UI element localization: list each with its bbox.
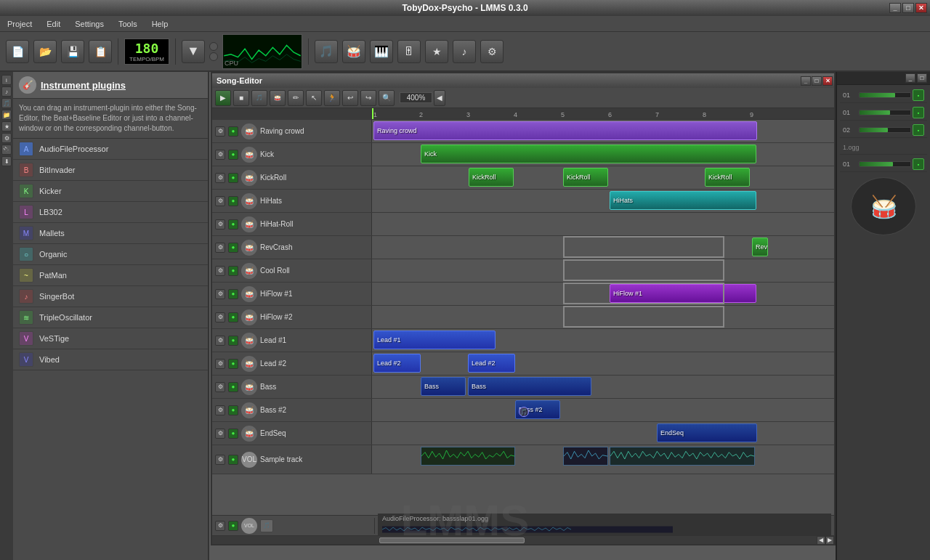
track-mute-hiflow2[interactable]: ●: [228, 312, 238, 322]
h-scrollbar[interactable]: ▶ ◀: [212, 535, 834, 544]
track-segments-sample[interactable]: [372, 445, 834, 474]
vtab-6[interactable]: ⚙: [1, 133, 12, 143]
h-scroll-left[interactable]: ◀: [817, 536, 825, 545]
run-button[interactable]: 🏃: [324, 90, 340, 106]
track-segments-hihats[interactable]: HiHats: [372, 190, 834, 212]
h-scroll-right[interactable]: ▶: [825, 536, 834, 545]
beat-editor-button[interactable]: 🥁: [342, 40, 365, 63]
plugin-item-patman[interactable]: ~ PatMan: [13, 265, 208, 286]
ch3-fader[interactable]: [859, 127, 911, 133]
zoom-arrow[interactable]: ◀: [434, 90, 445, 106]
toolbar-btn-5[interactable]: ▼: [182, 40, 205, 63]
ch4-active[interactable]: ▪: [913, 158, 924, 170]
segment-raving-crowd[interactable]: Raving crowd: [373, 121, 757, 140]
zoom-in-button[interactable]: 🔍: [379, 90, 395, 106]
menu-settings[interactable]: Settings: [70, 18, 108, 30]
track-settings-endseq[interactable]: ⚙: [215, 429, 225, 439]
track-mute-lead2[interactable]: ●: [228, 359, 238, 369]
vtab-5[interactable]: ★: [1, 121, 12, 131]
timeline-ruler[interactable]: 1 2 3 4 5 6 7 8 9: [372, 108, 834, 120]
ch1-active[interactable]: ▪: [913, 89, 924, 101]
draw-tool[interactable]: ✏: [288, 90, 304, 106]
track-settings-kickroll[interactable]: ⚙: [215, 173, 225, 183]
segment-lead2-2[interactable]: Lead #2: [468, 354, 515, 373]
song-editor-button[interactable]: 🎵: [315, 40, 338, 63]
song-editor-minimize[interactable]: _: [801, 76, 811, 86]
mixer-button[interactable]: 🎚: [397, 40, 421, 63]
track-settings-kick[interactable]: ⚙: [215, 150, 225, 160]
h-scroll-track[interactable]: ▶ ◀: [372, 536, 834, 544]
track-mute-sample[interactable]: ●: [228, 455, 238, 465]
segment-endseq[interactable]: EndSeq: [657, 423, 757, 442]
track-mute-hihats[interactable]: ●: [228, 196, 238, 206]
segment-kickroll-3[interactable]: KickRoll: [705, 168, 750, 187]
track-segments-bass[interactable]: Bass Bass: [372, 376, 834, 398]
track-segments-cool-roll[interactable]: [372, 259, 834, 282]
track-mute-bass2[interactable]: ●: [228, 405, 238, 415]
track-mute-kickroll[interactable]: ●: [228, 173, 238, 183]
undo-button[interactable]: ↩: [342, 90, 358, 106]
track-segments-lead2[interactable]: Lead #2 Lead #2: [372, 352, 834, 375]
ch2-fader[interactable]: [859, 110, 911, 115]
waveform-seg-2[interactable]: [563, 447, 608, 466]
pointer-tool[interactable]: ↖: [306, 90, 322, 106]
track-settings-hiflow2[interactable]: ⚙: [215, 312, 225, 322]
track-mute-hiflow1[interactable]: ●: [228, 289, 238, 299]
vtab-2[interactable]: ♪: [1, 86, 12, 97]
maximize-button[interactable]: □: [902, 3, 914, 13]
track-segments-kickroll[interactable]: KickRoll KickRoll KickRoll: [372, 166, 834, 189]
segment-revcrash[interactable]: Rev: [752, 238, 768, 256]
menu-project[interactable]: Project: [3, 18, 36, 30]
track-mute-hihat-roll[interactable]: ●: [228, 219, 238, 230]
track-mute-cool-roll[interactable]: ●: [228, 266, 238, 276]
knob-1[interactable]: [209, 42, 218, 51]
plugin-item-singerbot[interactable]: ♪ SingerBot: [13, 286, 208, 307]
track-mute-lead1[interactable]: ●: [228, 336, 238, 346]
right-panel-maximize[interactable]: □: [917, 73, 927, 83]
segment-bass-1[interactable]: Bass: [421, 377, 466, 396]
plugin-item-vibed[interactable]: V Vibed: [13, 349, 208, 370]
segment-bass2[interactable]: Bass #2 🎵: [515, 400, 560, 419]
song-editor-maximize[interactable]: □: [812, 76, 822, 86]
plugins-button[interactable]: ⚙: [480, 40, 504, 63]
ch3-active[interactable]: ▪: [913, 124, 924, 136]
plugin-item-vestige[interactable]: V VeSTige: [13, 328, 208, 349]
track-settings-bass[interactable]: ⚙: [215, 382, 225, 392]
track-segments-revcrash[interactable]: Rev: [372, 236, 834, 259]
track-segments-hiflow1[interactable]: HiFlow #1: [372, 283, 834, 305]
bottom-vol[interactable]: VOL: [241, 518, 257, 534]
ch2-active[interactable]: ▪: [913, 107, 924, 118]
plugin-item-triple[interactable]: ≋ TripleOscillator: [13, 307, 208, 328]
track-mute-raving[interactable]: ●: [228, 126, 238, 137]
plugin-item-mallets[interactable]: M Mallets: [13, 223, 208, 244]
menu-edit[interactable]: Edit: [42, 18, 65, 30]
bottom-ctrl-1[interactable]: ⚙: [215, 521, 225, 531]
track-segments-kick[interactable]: Kick: [372, 143, 834, 166]
samples-button[interactable]: ♪: [453, 40, 476, 63]
plugin-item-audiofp[interactable]: A AudioFileProcessor: [13, 139, 208, 160]
track-settings-sample[interactable]: ⚙: [215, 455, 225, 465]
segment-hiflow1[interactable]: HiFlow #1: [610, 284, 756, 303]
segment-lead1[interactable]: Lead #1: [373, 330, 496, 349]
h-scroll-thumb[interactable]: [379, 537, 525, 543]
track-mute-bass[interactable]: ●: [228, 382, 238, 392]
track-settings-raving[interactable]: ⚙: [215, 126, 225, 137]
right-panel-minimize[interactable]: _: [905, 73, 915, 83]
ch4-fader[interactable]: [859, 161, 911, 167]
segment-kick[interactable]: Kick: [421, 145, 756, 163]
track-settings-bass2[interactable]: ⚙: [215, 405, 225, 415]
segment-hihats[interactable]: HiHats: [610, 191, 756, 210]
track-settings-hihats[interactable]: ⚙: [215, 196, 225, 206]
play-button[interactable]: ▶: [215, 90, 231, 106]
close-button[interactable]: ✕: [915, 3, 927, 13]
menu-tools[interactable]: Tools: [114, 18, 142, 30]
track-settings-cool-roll[interactable]: ⚙: [215, 266, 225, 276]
minimize-button[interactable]: _: [889, 3, 901, 13]
save-project-button[interactable]: 💾: [61, 40, 84, 63]
new-project-button[interactable]: 📄: [6, 40, 29, 63]
vtab-8[interactable]: ⬇: [1, 156, 12, 166]
waveform-seg-1[interactable]: [421, 447, 515, 466]
track-mute-endseq[interactable]: ●: [228, 429, 238, 439]
projects-button[interactable]: ★: [425, 40, 448, 63]
menu-help[interactable]: Help: [147, 18, 173, 30]
